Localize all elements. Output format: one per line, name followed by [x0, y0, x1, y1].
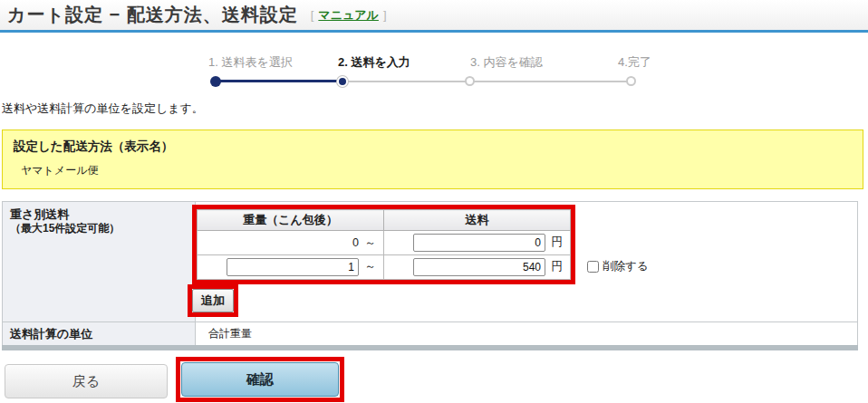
fee-table-row-1: 0 ～ 円 — [198, 231, 571, 255]
step-dot-4 — [626, 76, 636, 86]
weight-cell-1: 0 ～ — [198, 231, 384, 255]
delete-row-control: 削除する — [587, 259, 649, 274]
weight-cell-2: ～ — [198, 255, 384, 280]
weight-from-value: 0 — [352, 236, 359, 249]
step-label-1: 1. 送料表を選択 — [208, 54, 293, 71]
step-segment-done — [216, 80, 342, 82]
add-row-button[interactable]: 追加 — [192, 289, 234, 312]
delete-label: 削除する — [603, 259, 649, 274]
weight-fee-label: 重さ別送料 — [10, 207, 188, 222]
tilde-2: ～ — [365, 260, 377, 273]
confirm-button[interactable]: 確認 — [181, 362, 339, 397]
fee-input-1[interactable] — [413, 234, 545, 252]
intro-description: 送料や送料計算の単位を設定します。 — [2, 101, 204, 117]
fee-table-header-row: 重量（こん包後） 送料 — [198, 210, 571, 231]
back-button[interactable]: 戻る — [5, 364, 168, 398]
fee-cell-2: 円 — [384, 255, 571, 280]
weight-fee-row-header: 重さ別送料 （最大15件設定可能） — [3, 202, 196, 321]
step-dot-2 — [337, 76, 348, 87]
manual-link[interactable]: マニュアル — [318, 7, 379, 24]
page-title: カート設定 − 配送方法、送料設定 — [7, 3, 298, 27]
tilde-1: ～ — [365, 236, 377, 249]
calc-unit-value: 合計重量 — [196, 322, 857, 345]
cart-settings-page: カート設定 − 配送方法、送料設定 [ マニュアル ] 1. 送料表を選択 2.… — [0, 0, 868, 403]
step-segment-upcoming — [342, 81, 632, 82]
step-dot-1 — [210, 76, 221, 87]
weight-input-2[interactable] — [227, 258, 359, 276]
annotation-frame-add: 追加 — [188, 284, 238, 317]
fee-cell-1: 円 — [384, 231, 571, 255]
step-label-2: 2. 送料を入力 — [338, 54, 410, 71]
fee-input-2[interactable] — [413, 258, 545, 276]
calc-unit-row-header: 送料計算の単位 — [3, 322, 196, 345]
step-label-4: 4.完了 — [618, 54, 651, 71]
fee-table-row-2: ～ 円 — [198, 255, 571, 280]
manual-link-wrap: [ マニュアル ] — [311, 7, 387, 24]
annotation-frame-confirm: 確認 — [176, 357, 344, 402]
col-header-weight: 重量（こん包後） — [198, 210, 384, 231]
page-header: カート設定 − 配送方法、送料設定 [ マニュアル ] — [0, 0, 868, 33]
col-header-fee: 送料 — [384, 210, 571, 231]
annotation-frame-fee-table: 重量（こん包後） 送料 0 ～ 円 ～ — [192, 205, 575, 284]
fee-unit-1: 円 — [552, 235, 564, 248]
step-label-3: 3. 内容を確認 — [470, 54, 543, 71]
delete-checkbox[interactable] — [587, 261, 599, 273]
shipping-method-box-title: 設定した配送方法（表示名） — [14, 139, 173, 155]
fee-table: 重量（こん包後） 送料 0 ～ 円 ～ — [197, 209, 571, 280]
bracket-open: [ — [311, 8, 314, 22]
calc-unit-row: 送料計算の単位 合計重量 — [3, 321, 857, 345]
bracket-close: ] — [383, 8, 387, 22]
table-bottom-shadow — [2, 345, 858, 350]
step-dot-3 — [465, 76, 475, 86]
shipping-method-box: 設定した配送方法（表示名） ヤマトメール便 — [2, 130, 863, 189]
shipping-method-name: ヤマトメール便 — [21, 163, 98, 178]
fee-unit-2: 円 — [552, 260, 564, 273]
weight-fee-sublabel: （最大15件設定可能） — [10, 222, 188, 235]
calc-unit-label: 送料計算の単位 — [10, 327, 92, 341]
